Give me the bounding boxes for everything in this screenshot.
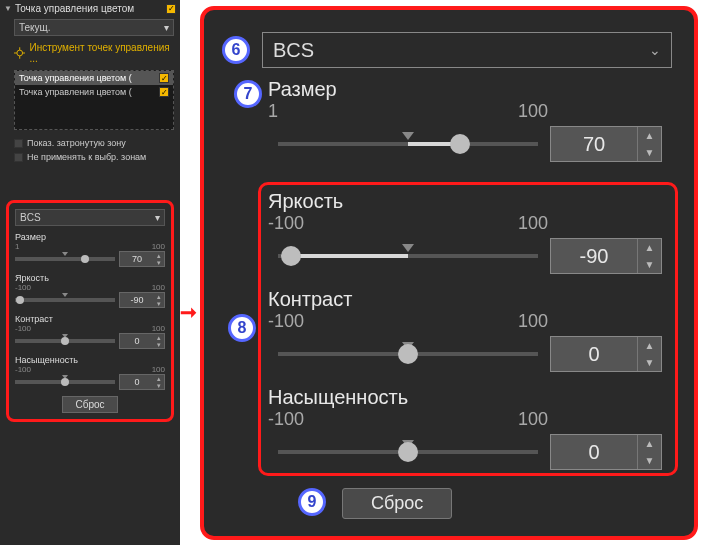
zoom-arrow-icon: ➞ <box>180 300 197 324</box>
size-spinbox[interactable]: 70 ▲▼ <box>550 126 662 162</box>
slider-thumb[interactable] <box>61 337 69 345</box>
spinbox-arrows[interactable]: ▲▼ <box>637 435 661 469</box>
size-slider[interactable] <box>278 142 538 146</box>
slider-thumb[interactable] <box>398 442 418 462</box>
collapse-icon: ▼ <box>4 4 12 13</box>
mini-max: 100 <box>152 242 165 251</box>
mini-value[interactable]: 0 <box>120 336 154 346</box>
mini-max: 100 <box>152 283 165 292</box>
brightness-value[interactable]: -90 <box>551 239 637 273</box>
slider-thumb[interactable] <box>450 134 470 154</box>
brightness-group: Яркость -100 100 -90 ▲▼ <box>268 190 672 274</box>
mini-slider[interactable] <box>15 380 115 384</box>
mini-filter-dropdown[interactable]: BCS ▾ <box>15 209 165 226</box>
saturation-group: Насыщенность -100 100 0 ▲▼ <box>268 386 672 470</box>
mini-spinbox[interactable]: 0▴▾ <box>119 333 165 349</box>
option-show-zone[interactable]: Показ. затронутую зону <box>0 136 180 150</box>
mini-max: 100 <box>152 324 165 333</box>
mini-slider-group: Яркость-100100-90▴▾ <box>15 273 165 308</box>
mini-filter-label: BCS <box>20 212 41 223</box>
brightness-label: Яркость <box>268 190 672 213</box>
tool-label: Инструмент точек управления ... <box>29 42 174 64</box>
mini-slider[interactable] <box>15 339 115 343</box>
list-item[interactable]: Точка управления цветом ( ✓ <box>15 71 173 85</box>
down-icon[interactable]: ▼ <box>638 144 661 161</box>
chevron-down-icon: ⌄ <box>649 42 661 58</box>
mini-slider-group: Контраст-1001000▴▾ <box>15 314 165 349</box>
checkbox[interactable] <box>14 153 23 162</box>
spinbox-arrows[interactable]: ▴▾ <box>154 334 164 348</box>
control-point-list: Точка управления цветом ( ✓ Точка управл… <box>14 70 174 130</box>
mini-value[interactable]: -90 <box>120 295 154 305</box>
down-icon[interactable]: ▼ <box>638 256 661 273</box>
slider-tick-icon <box>402 244 414 252</box>
section-title: Точка управления цветом <box>15 3 166 14</box>
saturation-value[interactable]: 0 <box>551 435 637 469</box>
spinbox-arrows[interactable]: ▴▾ <box>154 293 164 307</box>
list-item-label: Точка управления цветом ( <box>19 87 132 97</box>
contrast-label: Контраст <box>268 288 672 311</box>
contrast-value[interactable]: 0 <box>551 337 637 371</box>
filter-dropdown[interactable]: BCS ⌄ <box>262 32 672 68</box>
slider-fill <box>291 254 408 258</box>
option-label: Показ. затронутую зону <box>27 138 126 148</box>
up-icon[interactable]: ▲ <box>638 337 661 354</box>
mini-reset-button[interactable]: Сброс <box>62 396 117 413</box>
section-header[interactable]: ▼ Точка управления цветом ✓ <box>0 0 180 17</box>
mini-slider-group: Насыщенность-1001000▴▾ <box>15 355 165 390</box>
mini-slider[interactable] <box>15 298 115 302</box>
down-icon[interactable]: ▼ <box>638 452 661 469</box>
mini-slider[interactable] <box>15 257 115 261</box>
contrast-min: -100 <box>268 311 304 332</box>
size-value[interactable]: 70 <box>551 127 637 161</box>
saturation-slider[interactable] <box>278 450 538 454</box>
callout-9: 9 <box>298 488 326 516</box>
spinbox-arrows[interactable]: ▴▾ <box>154 252 164 266</box>
mini-spinbox[interactable]: 0▴▾ <box>119 374 165 390</box>
slider-thumb[interactable] <box>81 255 89 263</box>
up-icon[interactable]: ▲ <box>638 239 661 256</box>
slider-thumb[interactable] <box>398 344 418 364</box>
reset-button[interactable]: Сброс <box>342 488 452 519</box>
mini-value[interactable]: 70 <box>120 254 154 264</box>
mini-min: 1 <box>15 242 19 251</box>
contrast-spinbox[interactable]: 0 ▲▼ <box>550 336 662 372</box>
saturation-max: 100 <box>518 409 548 430</box>
section-checkbox[interactable]: ✓ <box>166 4 176 14</box>
brightness-min: -100 <box>268 213 304 234</box>
svg-point-0 <box>17 50 23 56</box>
down-icon[interactable]: ▼ <box>638 354 661 371</box>
spinbox-arrows[interactable]: ▲▼ <box>637 337 661 371</box>
up-icon[interactable]: ▲ <box>638 127 661 144</box>
slider-tick-icon <box>402 132 414 140</box>
mini-spinbox[interactable]: -90▴▾ <box>119 292 165 308</box>
brightness-spinbox[interactable]: -90 ▲▼ <box>550 238 662 274</box>
saturation-spinbox[interactable]: 0 ▲▼ <box>550 434 662 470</box>
spinbox-arrows[interactable]: ▲▼ <box>637 127 661 161</box>
current-dropdown-label: Текущ. <box>19 22 51 33</box>
saturation-label: Насыщенность <box>268 386 672 409</box>
slider-thumb[interactable] <box>16 296 24 304</box>
slider-thumb[interactable] <box>281 246 301 266</box>
zoom-panel: 6 BCS ⌄ 7 Размер 1 100 70 ▲▼ 8 Яркость -… <box>200 6 698 540</box>
mini-spinbox[interactable]: 70▴▾ <box>119 251 165 267</box>
slider-tick-icon <box>62 252 68 256</box>
size-label: Размер <box>268 78 672 101</box>
current-dropdown[interactable]: Текущ. ▾ <box>14 19 174 36</box>
list-item-checkbox[interactable]: ✓ <box>159 87 169 97</box>
mini-value[interactable]: 0 <box>120 377 154 387</box>
mini-min: -100 <box>15 365 31 374</box>
option-not-apply[interactable]: Не применять к выбр. зонам <box>0 150 180 164</box>
up-icon[interactable]: ▲ <box>638 435 661 452</box>
tool-row[interactable]: Инструмент точек управления ... <box>0 40 180 68</box>
slider-thumb[interactable] <box>61 378 69 386</box>
list-item[interactable]: Точка управления цветом ( ✓ <box>15 85 173 99</box>
spinbox-arrows[interactable]: ▲▼ <box>637 239 661 273</box>
brightness-slider[interactable] <box>278 254 538 258</box>
callout-7: 7 <box>234 80 262 108</box>
contrast-slider[interactable] <box>278 352 538 356</box>
list-item-checkbox[interactable]: ✓ <box>159 73 169 83</box>
control-point-tool-icon <box>14 47 25 59</box>
spinbox-arrows[interactable]: ▴▾ <box>154 375 164 389</box>
checkbox[interactable] <box>14 139 23 148</box>
